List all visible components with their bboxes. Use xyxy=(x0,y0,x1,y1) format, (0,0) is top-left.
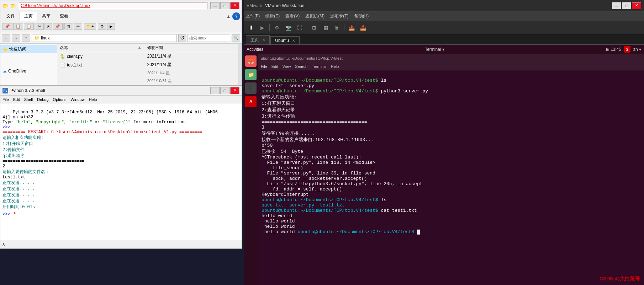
term-menu-file[interactable]: File xyxy=(261,64,267,69)
snapshot-btn[interactable]: 📷 xyxy=(283,23,293,33)
tab-ubuntu-close[interactable]: ✕ xyxy=(292,39,295,43)
term-menu-view[interactable]: View xyxy=(283,64,291,69)
table-row[interactable]: 🐍client.py 2021/11/4 星 xyxy=(57,52,238,61)
term-menu-edit[interactable]: Edit xyxy=(271,64,278,69)
menu-file-vm[interactable]: 文件(F) xyxy=(246,13,260,19)
menu-shell[interactable]: Shell xyxy=(24,97,33,102)
menu-edit-vm[interactable]: 编辑(E) xyxy=(265,13,280,19)
copy-btn[interactable]: 📋 xyxy=(13,23,23,30)
address-input[interactable]: 📁 linux xyxy=(32,34,177,42)
pause-btn[interactable]: ⏸ xyxy=(246,23,256,33)
term-cmd-4: cat test1.txt xyxy=(381,208,417,213)
table-row[interactable]: 2021/10/31 星 xyxy=(57,77,238,85)
vmware-window: VMware VMware Workstation — □ ✕ 文件(F) 编辑… xyxy=(244,0,644,285)
terminal-content[interactable]: ubuntu@ubuntu:~/Documents/TCP/tcp.V4/tes… xyxy=(258,70,644,285)
vmware-maximize-btn[interactable]: □ xyxy=(622,2,631,9)
delete-btn[interactable]: 🗑 xyxy=(64,23,73,29)
ribbon-tabs: 文件 主页 共享 查看 ▲ ? xyxy=(0,11,242,21)
terminal-icon[interactable]: ⬛ xyxy=(245,82,257,94)
term-out-5: 3:进行文件传输 xyxy=(262,114,295,119)
minimize-button[interactable]: — xyxy=(210,2,220,9)
layout-btn[interactable]: ▦ xyxy=(321,23,331,33)
sidebar-item-quick-access[interactable]: ⭐ 快速访问 xyxy=(0,45,57,53)
ribbon-content: 📌 📋 📋 ✂ ⎘ 📌 🗑 ✏ 📁+ ⚙ ▶ xyxy=(0,21,242,32)
menu-options[interactable]: Options xyxy=(53,97,67,102)
tab-ubuntu-vm[interactable]: Ubuntu ✕ xyxy=(270,36,300,44)
python-shell-window: Py Python 3.7.3 Shell — □ ✕ File Edit Sh… xyxy=(0,85,242,249)
menu-debug[interactable]: Debug xyxy=(37,97,48,102)
menu-help-vm[interactable]: 帮助(H) xyxy=(354,13,369,19)
firefox-icon[interactable]: 🦊 xyxy=(245,55,257,67)
term-out-keyint: KeyboardInterrupt xyxy=(262,192,309,197)
paste-btn[interactable]: 📋 xyxy=(24,23,34,30)
tab-home[interactable]: 主页 xyxy=(20,12,37,21)
unity-btn[interactable]: ⊞ xyxy=(309,23,319,33)
title-input[interactable] xyxy=(19,2,207,9)
properties-btn[interactable]: ⚙ xyxy=(98,23,106,30)
menu-help[interactable]: Help xyxy=(89,97,97,102)
files-icon[interactable]: 📁 xyxy=(245,69,257,80)
term-prompt-3: ubuntu@ubuntu:~/Documents/TCP/tcp.V4/tes… xyxy=(262,197,378,203)
copy2-btn[interactable]: ⎘ xyxy=(44,23,52,29)
menu-edit[interactable]: Edit xyxy=(13,97,20,102)
file-explorer-titlebar: 📁 📁 — □ ✕ xyxy=(0,0,242,11)
activities-label[interactable]: Activities xyxy=(247,47,263,52)
py-minimize-btn[interactable]: — xyxy=(210,87,220,94)
paste2-btn[interactable]: 📌 xyxy=(53,23,63,30)
open-btn[interactable]: ▶ xyxy=(107,23,115,30)
forward-btn[interactable]: → xyxy=(12,34,20,42)
help-button[interactable]: ? xyxy=(232,12,240,20)
table-row[interactable]: 📄test1.txt 2021/11/4 星 xyxy=(57,61,238,69)
py-close-btn[interactable]: ✕ xyxy=(230,87,239,94)
sidebar-item-onedrive[interactable]: ☁ OneDrive xyxy=(0,68,57,75)
user-label[interactable]: zh ▾ xyxy=(633,47,641,52)
menu-view-vm[interactable]: 查看(V) xyxy=(285,13,300,19)
python-shell-content[interactable]: Python 3.7.3 (v3.7.3:ef4ec6ed12, Mar 25 … xyxy=(0,103,242,241)
tab-view[interactable]: 查看 xyxy=(55,12,73,21)
vmware-close-btn[interactable]: ✕ xyxy=(632,2,641,9)
scrollbar[interactable] xyxy=(238,44,242,85)
table-row[interactable]: 2021/11/4 星 xyxy=(57,69,238,77)
col-name[interactable]: 名称 ▲ xyxy=(57,44,144,52)
term-out-tb1: File "server.py", line 118, in <module> xyxy=(262,160,375,165)
display-btn[interactable]: 🖥 xyxy=(332,23,342,33)
back-btn[interactable]: ← xyxy=(2,34,10,42)
refresh-btn[interactable]: ↺ xyxy=(178,34,186,42)
cut-btn[interactable]: ✂ xyxy=(36,23,44,30)
up-btn[interactable]: ↑ xyxy=(22,34,30,42)
send-btn[interactable]: 📤 xyxy=(347,23,357,33)
search-input[interactable] xyxy=(188,34,230,42)
maximize-button[interactable]: □ xyxy=(220,2,229,9)
tab-share[interactable]: 共享 xyxy=(37,12,55,21)
sidebar-label-onedrive: OneDrive xyxy=(8,69,26,74)
term-menu-help[interactable]: Help xyxy=(331,64,339,69)
settings-btn[interactable]: ⚙ xyxy=(272,23,282,33)
search-btn[interactable]: 🔍 xyxy=(232,34,240,42)
rename-btn[interactable]: ✏ xyxy=(74,23,82,30)
sort-icon: ▲ xyxy=(138,45,142,49)
fullscreen-btn[interactable]: ⛶ xyxy=(295,23,305,33)
close-button[interactable]: ✕ xyxy=(230,2,239,9)
menu-window[interactable]: Window xyxy=(71,97,85,102)
software-icon[interactable]: A xyxy=(245,96,257,107)
menu-vm[interactable]: 虚拟机(M) xyxy=(305,13,324,19)
ubuntu-time: ⊞ 13:45 xyxy=(606,47,621,52)
python-shell-title: Python 3.7.3 Shell xyxy=(10,88,45,93)
receive-btn[interactable]: 📥 xyxy=(358,23,368,33)
vmware-minimize-btn[interactable]: — xyxy=(612,2,621,9)
ribbon-collapse-btn[interactable]: ▲ xyxy=(226,14,231,19)
tab-file[interactable]: 文件 xyxy=(2,12,20,21)
terminal-menu-label[interactable]: Terminal ▾ xyxy=(425,47,444,52)
term-menu-search[interactable]: Search xyxy=(295,64,307,69)
pin-quick-access-btn[interactable]: 📌 xyxy=(2,23,12,30)
new-folder-btn[interactable]: 📁+ xyxy=(84,23,96,30)
col-date[interactable]: 修改日期 xyxy=(144,44,238,52)
term-menu-terminal[interactable]: Terminal xyxy=(312,64,327,69)
menu-tabs-vm[interactable]: 选项卡(T) xyxy=(330,13,348,19)
term-out-b50: b'50' xyxy=(262,143,275,148)
tab-home-close[interactable]: ✕ xyxy=(262,38,265,42)
play-btn[interactable]: ▶ xyxy=(257,23,267,33)
py-maximize-btn[interactable]: □ xyxy=(220,87,229,94)
tab-home-vm[interactable]: 主页 ✕ xyxy=(246,35,270,44)
menu-file[interactable]: File xyxy=(2,97,9,102)
